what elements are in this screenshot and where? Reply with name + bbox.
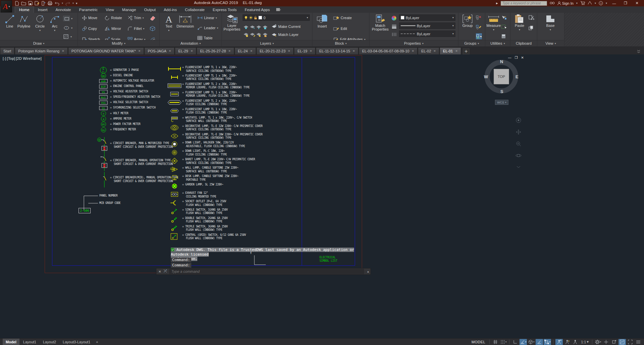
redo-dropdown[interactable]: ▾ <box>72 2 74 5</box>
ribbon-tab-add-ins[interactable]: Add-ins <box>160 6 181 13</box>
create-block-button[interactable]: Create <box>333 15 352 21</box>
autocad-logo[interactable]: A▾ <box>1 0 12 12</box>
ribbon-tab-annotate[interactable]: Annotate <box>51 6 75 13</box>
file-tab-el-03-04-05-06-07-08-09-10[interactable]: EL-03-04-05-06-07-08-09-10✕ <box>359 47 417 54</box>
viewcube-south[interactable]: S <box>500 89 503 94</box>
snap-angle-toggle[interactable] <box>536 339 543 345</box>
rectangle-tool-button[interactable]: ▾ <box>63 15 72 21</box>
file-tab-close-icon[interactable]: ✕ <box>434 49 436 53</box>
edit-block-button[interactable]: Edit <box>333 26 347 32</box>
command-customize-icon[interactable] <box>163 268 168 274</box>
window-minimize-button[interactable]: — <box>610 1 618 5</box>
ribbon-tab-output[interactable]: Output <box>140 6 160 13</box>
viewport-menu-control[interactable]: [-] <box>3 56 6 60</box>
sign-in-dropdown[interactable]: ▾ <box>576 2 578 5</box>
viewcube-north[interactable]: N <box>500 59 503 64</box>
file-tab-el-11-12-13-14-15[interactable]: EL-11-12-13-14-15✕ <box>316 47 358 54</box>
layout-tab-layout3-layout1[interactable]: Layout3-Layout1 <box>60 339 93 345</box>
file-tab-close-icon[interactable]: ✕ <box>250 49 253 53</box>
viewcube-east[interactable]: E <box>515 74 518 79</box>
file-tab-el-20-21-22-23[interactable]: EL-20-21-22-23✕ <box>256 47 294 54</box>
text-button[interactable]: A Text▾ <box>161 14 177 32</box>
model-space-toggle[interactable]: MODEL <box>469 340 487 344</box>
file-tab-el-19[interactable]: EL-19✕ <box>294 47 315 54</box>
leader-button[interactable]: Leader▾ <box>197 25 218 31</box>
nav-pan-icon[interactable] <box>515 128 522 136</box>
panel-label-utilities[interactable]: Utilities▾ <box>485 40 510 46</box>
autodesk-app-icon[interactable] <box>588 1 592 5</box>
ellipse-tool-button[interactable]: ▾ <box>63 25 72 31</box>
help-dropdown[interactable]: ▾ <box>606 2 607 5</box>
file-tab-potongan-kolam-renang[interactable]: Potongan Kolam Renang✕ <box>15 47 67 54</box>
hatch-tool-button[interactable]: ▾ <box>63 34 72 40</box>
file-tab-potongan-ground-water-tank[interactable]: POTONGAN GROUND WATER TANK*✕ <box>68 47 144 54</box>
explode-button[interactable] <box>150 26 155 32</box>
polyline-button[interactable]: Polyline <box>16 14 32 28</box>
drawing-canvas[interactable]: [-][Top][2D Wireframe] — ❐ ✕ G3~= GENERA… <box>0 54 644 338</box>
app-store-cart-icon[interactable] <box>580 1 585 6</box>
polar-tracking-toggle[interactable]: ▾ <box>519 339 527 345</box>
ribbon-tab-manage[interactable]: Manage <box>118 6 140 13</box>
open-web-mobile-button[interactable] <box>41 1 46 6</box>
viewcube-west[interactable]: W <box>484 74 488 79</box>
group-button[interactable]: Group <box>460 14 475 28</box>
search-arrow-icon[interactable]: ▸ <box>496 1 498 5</box>
wcs-menu[interactable]: WCS▾ <box>495 100 508 105</box>
file-tab-el-29[interactable]: EL-29✕ <box>175 47 196 54</box>
file-tab-close-icon[interactable]: ✕ <box>412 49 414 53</box>
linetype-select[interactable]: ByLayer▾ <box>399 31 455 37</box>
layout-tab-layout2[interactable]: Layout2 <box>40 339 59 345</box>
save-button[interactable] <box>28 1 33 5</box>
base-button[interactable]: Base▾ <box>543 14 558 32</box>
new-layout-button[interactable]: + <box>93 340 101 344</box>
cut-button[interactable] <box>529 14 534 20</box>
layer-select[interactable]: 0 ▾ <box>243 14 310 21</box>
layer-state-icons-2[interactable] <box>243 32 269 38</box>
file-tab-close-icon[interactable]: ✕ <box>310 49 312 53</box>
annotation-visibility-toggle[interactable] <box>555 339 563 345</box>
make-current-button[interactable]: Make Current <box>271 24 301 30</box>
object-color-select[interactable]: ByLayer▾ <box>399 14 455 21</box>
hardware-acceleration-toggle[interactable] <box>618 339 626 345</box>
new-file-button[interactable] <box>15 1 19 6</box>
doc-close-button[interactable]: ✕ <box>521 56 524 59</box>
command-input[interactable] <box>169 269 364 274</box>
line-button[interactable]: Line <box>2 14 17 28</box>
ortho-mode-toggle[interactable] <box>511 339 519 345</box>
ribbon-tab-express-tools[interactable]: Express Tools <box>209 6 241 13</box>
file-tab-close-icon[interactable]: ✕ <box>138 49 141 53</box>
copy-clip-button[interactable] <box>529 25 534 31</box>
nav-zoom-icon[interactable] <box>515 140 522 147</box>
ribbon-tab-insert[interactable]: Insert <box>34 6 52 13</box>
nav-more-icon[interactable] <box>515 164 522 171</box>
panel-label-view[interactable]: View▾ <box>537 40 564 46</box>
group-edit-button[interactable] <box>476 24 481 30</box>
ungroup-button[interactable] <box>476 14 481 20</box>
qat-customize-button[interactable]: ▾ <box>76 2 78 5</box>
window-close-button[interactable]: ✕ <box>633 1 641 5</box>
insert-button[interactable]: Insert <box>314 14 330 28</box>
nav-wheel-icon[interactable] <box>515 117 522 124</box>
new-drawing-tab-button[interactable]: + <box>463 48 469 54</box>
panel-label-annotation[interactable]: Annotation▾ <box>160 40 221 46</box>
match-properties-button[interactable]: Match Properties <box>371 14 390 31</box>
panel-label-layers[interactable]: Layers▾ <box>222 40 312 46</box>
group-selection-toggle[interactable] <box>476 33 482 39</box>
undo-button[interactable] <box>54 1 60 5</box>
file-tab-pos-jaga[interactable]: POS-JAGA✕ <box>144 47 175 54</box>
annotation-scale-icon[interactable] <box>572 339 579 345</box>
mirror-button[interactable]: Mirror <box>105 26 121 32</box>
save-as-button[interactable] <box>35 1 39 5</box>
object-snap-toggle[interactable]: ▾ <box>544 339 551 345</box>
measure-button[interactable]: Measure▾ <box>486 14 501 32</box>
clean-screen-toggle[interactable] <box>627 339 634 345</box>
file-tab-el-01[interactable]: EL-01✕ <box>440 47 461 54</box>
panel-label-groups[interactable]: Groups▾ <box>458 40 485 46</box>
layout-tab-model[interactable]: Model <box>3 339 19 345</box>
crosshair-toggle[interactable] <box>602 339 610 345</box>
panel-label-modify[interactable]: Modify▾ <box>78 40 159 46</box>
viewport-controls[interactable]: [-][Top][2D Wireframe] <box>3 56 42 60</box>
file-tab-close-icon[interactable]: ✕ <box>352 49 355 53</box>
command-history-toggle[interactable]: ▴ <box>365 270 370 273</box>
trim-button[interactable]: Trim▾ <box>128 15 144 21</box>
